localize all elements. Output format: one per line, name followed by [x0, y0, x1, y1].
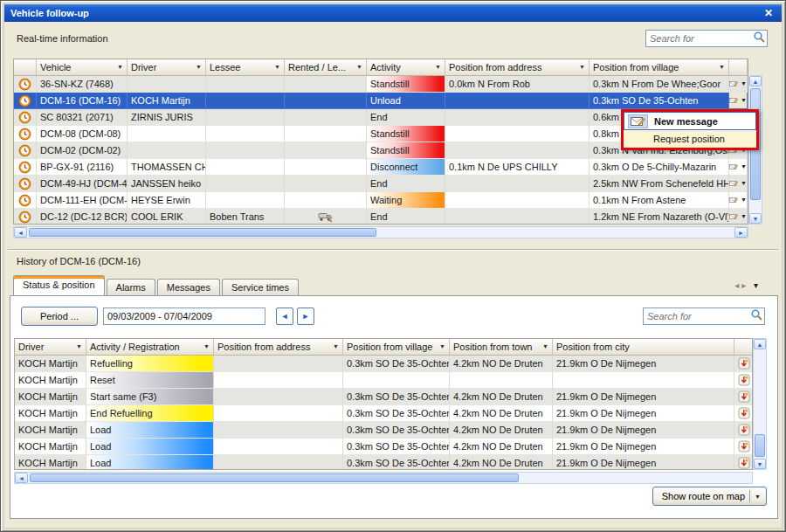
cell-rented	[285, 126, 367, 142]
search-icon[interactable]	[751, 31, 767, 47]
position-report-button[interactable]	[734, 455, 753, 470]
history-search-box[interactable]	[643, 307, 765, 325]
column-header[interactable]: Position from village▼	[590, 59, 729, 76]
cell-vehicle: BP-GX-91 (2116)	[37, 159, 128, 176]
message-icon	[631, 116, 645, 127]
show-route-button[interactable]: Show route on map ▼	[652, 487, 767, 506]
tab-list-dropdown-icon[interactable]: ▾	[754, 280, 761, 290]
column-header[interactable]: Activity▼	[367, 59, 445, 76]
sort-arrow-icon[interactable]: ▼	[436, 340, 445, 354]
realtime-search-input[interactable]	[646, 33, 751, 44]
column-header[interactable]: Vehicle▼	[37, 59, 128, 76]
realtime-search-box[interactable]	[645, 30, 768, 47]
position-report-button[interactable]	[734, 389, 753, 405]
position-report-button[interactable]	[734, 405, 753, 422]
cell-position-village: 0.3km N From De Whee;Goor	[590, 76, 729, 93]
message-dropdown-button[interactable]: ▼	[729, 209, 748, 225]
dropdown-arrow-icon[interactable]: ▼	[741, 77, 747, 91]
column-header[interactable]: Driver▼	[15, 339, 86, 356]
message-dropdown-button[interactable]: ▼	[729, 76, 748, 93]
cell-position-address	[445, 126, 590, 142]
column-header[interactable]: Lessee▼	[206, 59, 285, 76]
sort-arrow-icon[interactable]: ▼	[353, 60, 362, 74]
column-header[interactable]: Position from address▼	[445, 59, 590, 76]
tab-status-position[interactable]: Status & position	[13, 275, 105, 295]
scroll-left-icon[interactable]: ◄	[15, 473, 28, 483]
column-header[interactable]: Activity / Registration▼	[86, 339, 214, 356]
column-header[interactable]: Driver▼	[128, 59, 206, 76]
history-row[interactable]: KOCH MartijnEnd Refuelling0.3km SO De 35…	[15, 405, 752, 422]
realtime-h-scrollbar[interactable]: ◄ ►	[13, 226, 748, 238]
dropdown-arrow-icon[interactable]: ▼	[741, 193, 747, 207]
sort-arrow-icon[interactable]: ▼	[431, 60, 441, 74]
h-scroll-thumb[interactable]	[29, 228, 376, 237]
vehicle-row[interactable]: DCM-111-EH (DCM-...HEYSE ErwinWaiting0.1…	[14, 192, 748, 209]
position-report-button[interactable]	[734, 439, 753, 455]
history-search-input[interactable]	[644, 311, 748, 321]
position-report-button[interactable]	[734, 422, 753, 439]
sort-arrow-icon[interactable]: ▼	[200, 340, 210, 354]
column-header[interactable]: Position from address▼	[214, 339, 343, 356]
sort-arrow-icon[interactable]: ▼	[539, 340, 548, 354]
history-h-scrollbar[interactable]: ◄	[14, 472, 753, 484]
message-dropdown-button[interactable]: ▼	[729, 176, 748, 192]
sort-arrow-icon[interactable]: ▼	[72, 340, 82, 354]
history-row[interactable]: KOCH MartijnStart same (F3)0.3km SO De 3…	[15, 389, 752, 405]
sort-arrow-icon[interactable]: ▼	[192, 60, 202, 74]
history-row[interactable]: KOCH MartijnLoad0.3km SO De 35-Ochten4.2…	[15, 422, 752, 439]
message-dropdown-button[interactable]: ▼	[729, 93, 748, 109]
vehicle-row[interactable]: DC-12 (DC-12 BCR)COOL ERIKBoben TransEnd…	[14, 209, 748, 225]
vehicle-row[interactable]: 36-SN-KZ (7468)Standstill0.0km N From Ro…	[14, 76, 748, 93]
column-header[interactable]: Rented / Le...▼	[285, 59, 367, 76]
history-v-scrollbar[interactable]: ▲ ▼	[753, 338, 767, 470]
search-icon[interactable]	[748, 308, 764, 325]
dropdown-arrow-icon[interactable]: ▼	[741, 176, 747, 190]
tab-alarms[interactable]: Alarms	[107, 279, 155, 295]
scroll-up-icon[interactable]: ▲	[749, 76, 762, 86]
column-header[interactable]: Position from city	[553, 339, 734, 356]
tab-scroll-right-icon[interactable]: ▸	[741, 280, 748, 290]
vehicle-row[interactable]: DCM-49-HJ (DCM-49)JANSSEN heikoEnd2.5km …	[14, 176, 748, 192]
scroll-up-icon[interactable]: ▲	[754, 339, 766, 349]
close-icon[interactable]: ✕	[761, 4, 776, 22]
context-menu-item[interactable]: New message	[624, 112, 756, 130]
scroll-down-icon[interactable]: ▼	[754, 459, 766, 469]
column-header[interactable]: Position from town▼	[450, 339, 553, 356]
sort-arrow-icon[interactable]: ▼	[576, 60, 585, 74]
history-row[interactable]: KOCH MartijnReset	[15, 372, 752, 389]
tab-messages[interactable]: Messages	[157, 279, 220, 295]
message-dropdown-button[interactable]: ▼	[729, 192, 748, 209]
dropdown-arrow-icon[interactable]: ▼	[741, 160, 747, 174]
scroll-left-icon[interactable]: ◄	[14, 227, 27, 238]
status-clock-cell	[14, 126, 37, 142]
v-scroll-thumb[interactable]	[755, 434, 765, 457]
period-next-button[interactable]: ►	[297, 307, 314, 325]
tab-service-times[interactable]: Service times	[222, 279, 299, 295]
chevron-down-icon[interactable]: ▼	[755, 494, 761, 500]
sort-arrow-icon[interactable]: ▼	[329, 340, 339, 354]
position-report-button[interactable]	[734, 356, 753, 372]
sort-arrow-icon[interactable]: ▼	[271, 60, 280, 74]
period-range-input[interactable]	[103, 307, 265, 325]
period-prev-button[interactable]: ◄	[276, 307, 293, 325]
history-row[interactable]: KOCH MartijnLoad0.3km SO De 35-Ochten4.2…	[15, 439, 752, 455]
history-row[interactable]: KOCH MartijnRefuelling0.3km SO De 35-Och…	[15, 356, 752, 372]
title-bar[interactable]: Vehicle follow-up ✕	[4, 4, 782, 22]
scroll-right-icon[interactable]: ►	[734, 227, 748, 238]
vehicle-row[interactable]: DCM-16 (DCM-16)KOCH MartijnUnload0.3km S…	[14, 93, 748, 109]
sort-arrow-icon[interactable]: ▼	[715, 60, 725, 74]
h-scroll-thumb[interactable]	[30, 473, 519, 482]
dropdown-arrow-icon[interactable]: ▼	[741, 210, 747, 224]
column-header[interactable]: Position from village▼	[343, 339, 450, 356]
tab-scroll-left-icon[interactable]: ◂	[734, 280, 741, 290]
dropdown-arrow-icon[interactable]: ▼	[741, 93, 747, 107]
message-dropdown-button[interactable]: ▼	[729, 159, 748, 176]
position-report-icon	[738, 390, 750, 403]
context-menu-item[interactable]: Request position	[624, 130, 756, 148]
vehicle-row[interactable]: BP-GX-91 (2116)THOMASSEN CH...Disconnect…	[14, 159, 748, 176]
sort-arrow-icon[interactable]: ▼	[114, 60, 123, 74]
history-row[interactable]: KOCH MartijnLoad0.3km SO De 35-Ochten4.2…	[15, 455, 752, 470]
scroll-down-icon[interactable]: ▼	[749, 213, 762, 224]
position-report-button[interactable]	[734, 372, 753, 389]
period-button[interactable]: Period ...	[21, 307, 98, 326]
